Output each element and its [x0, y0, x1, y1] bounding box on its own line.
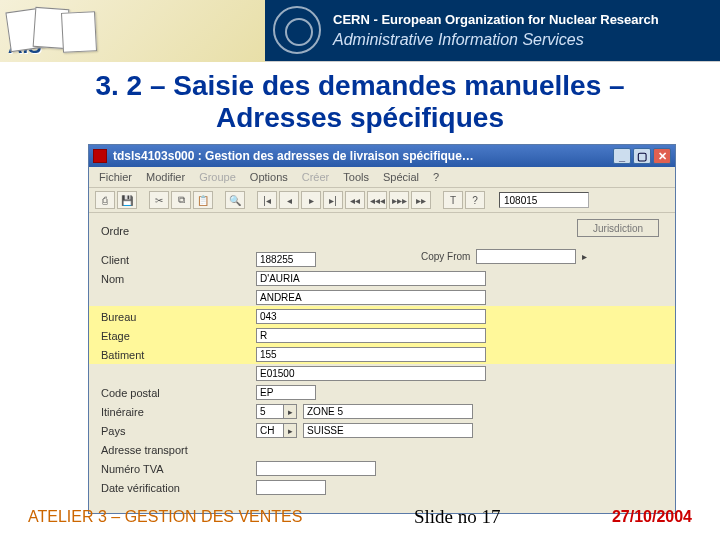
- minimize-button[interactable]: _: [613, 148, 631, 164]
- field-nom[interactable]: D'AURIA: [256, 271, 486, 286]
- form-area: Jurisdiction Ordre Copy From ▸ Client 18…: [89, 213, 675, 513]
- footer-date: 27/10/2004: [612, 508, 692, 526]
- copy-icon[interactable]: ⧉: [171, 191, 191, 209]
- toolbar: ⎙ 💾 ✂ ⧉ 📋 🔍 |◂ ◂ ▸ ▸| ◂◂ ◂◂◂ ▸▸▸ ▸▸ T ? …: [89, 188, 675, 213]
- help-icon[interactable]: ?: [465, 191, 485, 209]
- text-icon[interactable]: T: [443, 191, 463, 209]
- field-client[interactable]: 188255: [256, 252, 316, 267]
- label-batiment: Batiment: [101, 349, 256, 361]
- field-itineraire-code[interactable]: 5: [256, 404, 284, 419]
- window-titlebar: tdsls4103s000 : Gestion des adresses de …: [89, 145, 675, 167]
- slide-footer: ATELIER 3 – GESTION DES VENTES Slide no …: [0, 506, 720, 528]
- label-bureau: Bureau: [101, 311, 256, 323]
- paste-icon[interactable]: 📋: [193, 191, 213, 209]
- pays-dropdown-icon[interactable]: ▸: [283, 423, 297, 438]
- next-icon[interactable]: ▸: [301, 191, 321, 209]
- menu-fichier[interactable]: Fichier: [99, 171, 132, 183]
- last-icon[interactable]: ▸|: [323, 191, 343, 209]
- label-itineraire: Itinéraire: [101, 406, 256, 418]
- cut-icon[interactable]: ✂: [149, 191, 169, 209]
- field-etage[interactable]: R: [256, 328, 486, 343]
- label-client: Client: [101, 254, 256, 266]
- field-numero-tva[interactable]: [256, 461, 376, 476]
- menu-special[interactable]: Spécial: [383, 171, 419, 183]
- prev-icon[interactable]: ◂: [279, 191, 299, 209]
- label-pays: Pays: [101, 425, 256, 437]
- menu-groupe[interactable]: Groupe: [199, 171, 236, 183]
- label-nom: Nom: [101, 273, 256, 285]
- field-pays-code[interactable]: CH: [256, 423, 284, 438]
- label-numero-tva: Numéro TVA: [101, 463, 256, 475]
- ffwd-icon[interactable]: ▸▸: [411, 191, 431, 209]
- cern-ring-icon: [273, 6, 321, 54]
- label-code-postal: Code postal: [101, 387, 256, 399]
- record-id-field[interactable]: 108015: [499, 192, 589, 208]
- maximize-button[interactable]: ▢: [633, 148, 651, 164]
- footer-workshop: ATELIER 3 – GESTION DES VENTES: [28, 508, 302, 526]
- cern-banner: CERN - European Organization for Nuclear…: [265, 0, 720, 61]
- field-prenom[interactable]: ANDREA: [256, 290, 486, 305]
- menu-tools[interactable]: Tools: [343, 171, 369, 183]
- field-bureau[interactable]: 043: [256, 309, 486, 324]
- field-date-verification[interactable]: [256, 480, 326, 495]
- itineraire-dropdown-icon[interactable]: ▸: [283, 404, 297, 419]
- field-itineraire-text: ZONE 5: [303, 404, 473, 419]
- field-batiment[interactable]: 155: [256, 347, 486, 362]
- app-icon: [93, 149, 107, 163]
- fwd-icon[interactable]: ▸▸▸: [389, 191, 409, 209]
- label-date-verification: Date vérification: [101, 482, 256, 494]
- back-icon[interactable]: ◂◂◂: [367, 191, 387, 209]
- slide-title: 3. 2 – Saisie des demandes manuelles – A…: [0, 62, 720, 140]
- menu-creer[interactable]: Créer: [302, 171, 330, 183]
- ais-logo: AIS: [0, 0, 265, 62]
- cern-service-name: Administrative Information Services: [333, 31, 720, 49]
- field-pays-text: SUISSE: [303, 423, 473, 438]
- label-adresse-transport: Adresse transport: [101, 444, 256, 456]
- field-code-postal[interactable]: EP: [256, 385, 316, 400]
- menubar: Fichier Modifier Groupe Options Créer To…: [89, 167, 675, 188]
- find-icon[interactable]: 🔍: [225, 191, 245, 209]
- header-banner: AIS CERN - European Organization for Nuc…: [0, 0, 720, 62]
- label-etage: Etage: [101, 330, 256, 342]
- label-ordre: Ordre: [101, 225, 256, 237]
- print-icon[interactable]: ⎙: [95, 191, 115, 209]
- footer-slide-number: Slide no 17: [302, 506, 611, 528]
- window-title: tdsls4103s000 : Gestion des adresses de …: [113, 149, 474, 163]
- first-icon[interactable]: |◂: [257, 191, 277, 209]
- close-button[interactable]: ✕: [653, 148, 671, 164]
- field-adresse[interactable]: E01500: [256, 366, 486, 381]
- menu-modifier[interactable]: Modifier: [146, 171, 185, 183]
- menu-help[interactable]: ?: [433, 171, 439, 183]
- rewind-icon[interactable]: ◂◂: [345, 191, 365, 209]
- app-window: tdsls4103s000 : Gestion des adresses de …: [88, 144, 676, 514]
- menu-options[interactable]: Options: [250, 171, 288, 183]
- save-icon[interactable]: 💾: [117, 191, 137, 209]
- cern-org-name: CERN - European Organization for Nuclear…: [333, 12, 720, 27]
